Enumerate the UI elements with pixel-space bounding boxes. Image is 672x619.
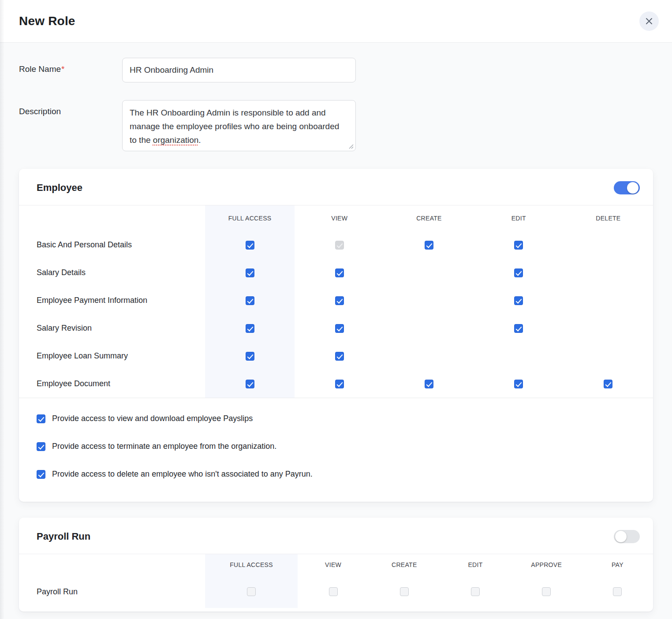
role-name-label: Role Name* bbox=[19, 58, 122, 82]
row-label: Salary Details bbox=[19, 259, 205, 287]
checkbox-edit[interactable] bbox=[514, 241, 523, 250]
row-label: Employee Payment Information bbox=[19, 287, 205, 314]
table-row-employee-payment-information: Employee Payment Information bbox=[19, 287, 653, 314]
employee-section-title: Employee bbox=[37, 182, 82, 194]
column-header-delete: DELETE bbox=[564, 205, 653, 231]
column-header-approve: APPROVE bbox=[511, 554, 582, 575]
checkbox-approve bbox=[542, 587, 551, 596]
dialog-header: New Role bbox=[0, 0, 672, 43]
column-header-view: VIEW bbox=[295, 205, 384, 231]
row-label: Salary Revision bbox=[19, 314, 205, 342]
payroll-run-card-header: Payroll Run bbox=[19, 518, 653, 554]
checkbox-view[interactable] bbox=[335, 324, 344, 333]
table-row-employee-document: Employee Document bbox=[19, 370, 653, 398]
checkbox-view[interactable] bbox=[335, 296, 344, 305]
row-label: Payroll Run bbox=[19, 575, 205, 608]
header-spacer bbox=[19, 554, 205, 575]
checkbox-view[interactable] bbox=[335, 380, 344, 388]
checkbox-full-access[interactable] bbox=[246, 296, 254, 305]
employee-card-header: Employee bbox=[19, 169, 653, 205]
description-label: Description bbox=[19, 100, 122, 151]
payroll-run-permissions-card: Payroll Run FULL ACCESS VIEW CREATE EDIT… bbox=[19, 518, 653, 612]
checkbox-view bbox=[335, 241, 344, 250]
payroll-run-section-title: Payroll Run bbox=[37, 531, 90, 542]
checkbox-full-access[interactable] bbox=[246, 352, 254, 361]
checkbox-create[interactable] bbox=[425, 241, 433, 250]
checkbox-full-access[interactable] bbox=[246, 380, 254, 388]
column-header-create: CREATE bbox=[369, 554, 440, 575]
toggle-knob bbox=[615, 531, 627, 542]
checkbox-create[interactable] bbox=[425, 380, 433, 388]
checkbox-edit bbox=[471, 587, 480, 596]
table-row-employee-loan-summary: Employee Loan Summary bbox=[19, 342, 653, 370]
option-view-download-payslips: Provide access to view and download empl… bbox=[37, 414, 635, 423]
resize-handle-icon[interactable] bbox=[349, 144, 354, 149]
payroll-run-permissions-table: FULL ACCESS VIEW CREATE EDIT APPROVE PAY… bbox=[19, 554, 653, 612]
column-header-edit: EDIT bbox=[440, 554, 511, 575]
column-header-create: CREATE bbox=[384, 205, 474, 231]
option-checkbox[interactable] bbox=[37, 470, 45, 479]
checkbox-view bbox=[329, 587, 338, 596]
description-textarea[interactable]: The HR Onboarding Admin is responsible t… bbox=[122, 100, 356, 151]
column-header-full-access: FULL ACCESS bbox=[205, 554, 298, 575]
row-label: Employee Loan Summary bbox=[19, 342, 205, 370]
option-checkbox[interactable] bbox=[37, 442, 45, 451]
table-row-salary-details: Salary Details bbox=[19, 259, 653, 287]
dialog-body: Role Name* Description The HR Onboarding… bbox=[0, 43, 672, 612]
table-row-salary-revision: Salary Revision bbox=[19, 314, 653, 342]
checkbox-full-access[interactable] bbox=[246, 268, 254, 277]
checkbox-delete[interactable] bbox=[604, 380, 612, 388]
checkbox-edit[interactable] bbox=[514, 268, 523, 277]
option-label: Provide access to terminate an employee … bbox=[52, 442, 276, 451]
employee-permissions-table: FULL ACCESS VIEW CREATE EDIT DELETE Basi… bbox=[19, 205, 653, 398]
row-label: Employee Document bbox=[19, 370, 205, 398]
table-row-payroll-run: Payroll Run bbox=[19, 575, 653, 608]
option-label: Provide access to delete an employee who… bbox=[52, 470, 313, 479]
checkbox-create bbox=[400, 587, 409, 596]
checkbox-view[interactable] bbox=[335, 352, 344, 361]
checkbox-full-access[interactable] bbox=[246, 241, 254, 250]
page-title: New Role bbox=[19, 14, 75, 28]
close-button[interactable] bbox=[639, 11, 659, 31]
checkbox-full-access[interactable] bbox=[246, 324, 254, 333]
employee-extra-options: Provide access to view and download empl… bbox=[19, 398, 653, 502]
payroll-run-toggle[interactable] bbox=[614, 530, 640, 543]
misspelled-word: organization bbox=[153, 135, 199, 145]
column-header-edit: EDIT bbox=[474, 205, 564, 231]
employee-permissions-card: Employee FULL ACCESS VIEW CREATE EDIT DE… bbox=[19, 169, 653, 502]
table-header-row: FULL ACCESS VIEW CREATE EDIT APPROVE PAY bbox=[19, 554, 653, 575]
close-icon bbox=[645, 17, 653, 25]
option-label: Provide access to view and download empl… bbox=[52, 414, 253, 423]
table-row-basic-and-personal-details: Basic And Personal Details bbox=[19, 231, 653, 259]
checkbox-view[interactable] bbox=[335, 268, 344, 277]
column-header-view: VIEW bbox=[298, 554, 369, 575]
option-checkbox[interactable] bbox=[37, 414, 45, 423]
checkbox-full-access bbox=[247, 587, 256, 596]
checkbox-edit[interactable] bbox=[514, 324, 523, 333]
checkbox-edit[interactable] bbox=[514, 296, 523, 305]
description-text-end: . bbox=[198, 135, 201, 145]
header-spacer bbox=[19, 205, 205, 231]
toggle-knob bbox=[627, 182, 638, 194]
role-form: Role Name* Description The HR Onboarding… bbox=[0, 43, 672, 151]
checkbox-edit[interactable] bbox=[514, 380, 523, 388]
row-label: Basic And Personal Details bbox=[19, 231, 205, 259]
required-asterisk: * bbox=[61, 64, 64, 74]
option-terminate-employee: Provide access to terminate an employee … bbox=[37, 442, 635, 451]
role-name-input[interactable] bbox=[122, 58, 356, 82]
column-header-pay: PAY bbox=[582, 554, 653, 575]
option-delete-employee: Provide access to delete an employee who… bbox=[37, 470, 635, 479]
checkbox-pay bbox=[613, 587, 622, 596]
employee-toggle[interactable] bbox=[614, 181, 640, 194]
column-header-full-access: FULL ACCESS bbox=[205, 205, 295, 231]
table-header-row: FULL ACCESS VIEW CREATE EDIT DELETE bbox=[19, 205, 653, 231]
